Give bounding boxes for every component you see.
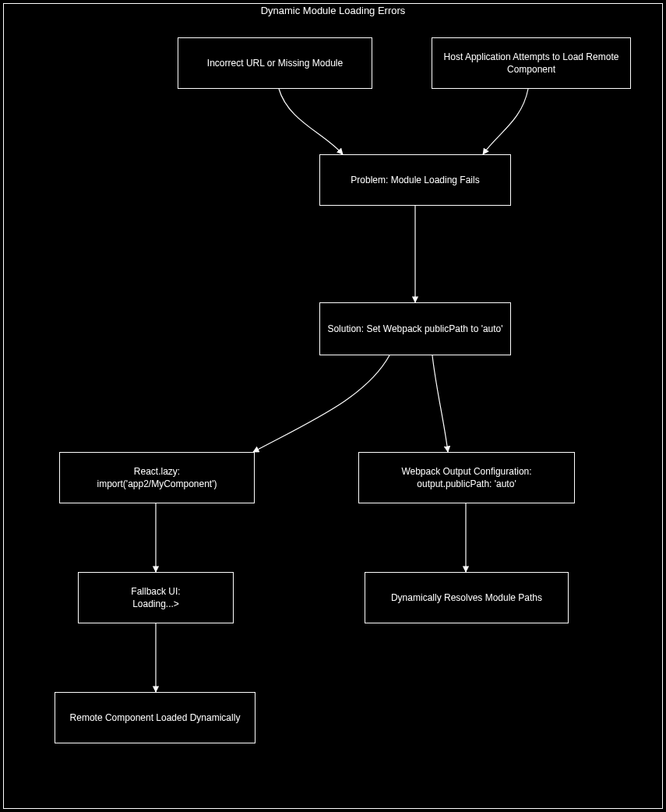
diagram-frame bbox=[3, 3, 663, 809]
node-incorrect-url: Incorrect URL or Missing Module bbox=[178, 37, 372, 89]
diagram-title: Dynamic Module Loading Errors bbox=[0, 5, 666, 16]
node-label: Solution: Set Webpack publicPath to 'aut… bbox=[327, 323, 502, 335]
node-dynamically-resolves: Dynamically Resolves Module Paths bbox=[365, 572, 569, 623]
node-label: Host Application Attempts to Load Remote… bbox=[437, 51, 625, 76]
node-fallback-ui: Fallback UI:Loading...> bbox=[78, 572, 234, 623]
node-webpack-output: Webpack Output Configuration:output.publ… bbox=[358, 452, 575, 503]
node-host-attempts: Host Application Attempts to Load Remote… bbox=[432, 37, 631, 89]
node-label: Dynamically Resolves Module Paths bbox=[391, 591, 542, 604]
node-remote-loaded: Remote Component Loaded Dynamically bbox=[55, 692, 255, 743]
node-label: Problem: Module Loading Fails bbox=[351, 174, 479, 186]
node-label: Remote Component Loaded Dynamically bbox=[70, 711, 241, 724]
node-problem: Problem: Module Loading Fails bbox=[319, 154, 511, 206]
node-react-lazy: React.lazy:import('app2/MyComponent') bbox=[59, 452, 255, 503]
node-label: Webpack Output Configuration:output.publ… bbox=[401, 465, 531, 490]
node-label: React.lazy:import('app2/MyComponent') bbox=[97, 465, 217, 490]
node-label: Fallback UI:Loading...> bbox=[131, 585, 180, 610]
node-solution: Solution: Set Webpack publicPath to 'aut… bbox=[319, 302, 511, 355]
node-label: Incorrect URL or Missing Module bbox=[207, 57, 343, 69]
